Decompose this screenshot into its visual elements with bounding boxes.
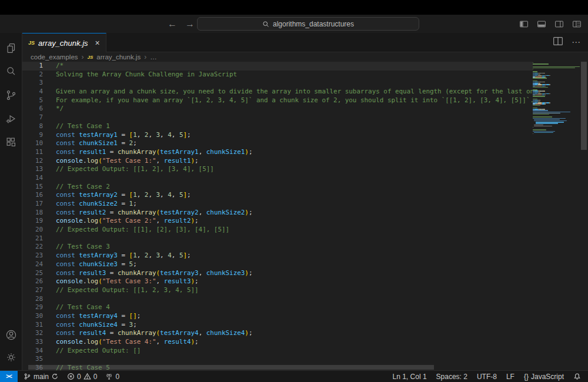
code-line[interactable]: 24const chunkSize3 = 5; xyxy=(22,260,534,269)
breadcrumb-item[interactable]: … xyxy=(150,53,157,61)
line-number[interactable]: 6 xyxy=(22,105,43,113)
line-number[interactable]: 7 xyxy=(22,113,43,122)
activity-bar-account[interactable] xyxy=(4,328,18,342)
code-line[interactable]: 28 xyxy=(22,295,534,304)
code-line[interactable]: 25const result3 = chunkArray(testArray3,… xyxy=(22,269,534,278)
code-line[interactable]: 32const result4 = chunkArray(testArray4,… xyxy=(22,329,534,338)
line-number[interactable]: 9 xyxy=(22,131,43,140)
more-actions-icon[interactable]: ⋯ xyxy=(572,37,581,48)
layout-customize-icon[interactable] xyxy=(572,19,582,29)
code-line[interactable]: 14 xyxy=(22,174,534,183)
line-number[interactable]: 2 xyxy=(22,71,43,79)
line-number[interactable]: 20 xyxy=(22,226,43,234)
activity-bar-settings[interactable] xyxy=(4,350,18,364)
status-bar-item[interactable]: main xyxy=(24,373,59,381)
code-line[interactable]: 18const result2 = chunkArray(testArray2,… xyxy=(22,209,534,217)
line-number[interactable]: 34 xyxy=(22,347,43,356)
line-number[interactable]: 19 xyxy=(22,217,43,226)
code-line[interactable]: 3 xyxy=(22,79,534,88)
code-line[interactable]: 16const testArray2 = [1, 2, 3, 4, 5]; xyxy=(22,191,534,200)
code-line[interactable]: 5For example, if you have an array `[1, … xyxy=(22,96,534,105)
code-line[interactable]: 34// Expected Output: [] xyxy=(22,347,534,356)
code-line[interactable]: 8// Test Case 1 xyxy=(22,122,534,131)
activity-bar-search[interactable] xyxy=(4,65,18,79)
code-line[interactable]: 27// Expected Output: [[1, 2, 3, 4, 5]] xyxy=(22,286,534,295)
remote-indicator[interactable]: >< xyxy=(0,371,18,382)
line-number[interactable]: 24 xyxy=(22,260,43,269)
vertical-scrollbar-thumb[interactable] xyxy=(581,62,587,150)
line-number[interactable]: 17 xyxy=(22,200,43,209)
line-number[interactable]: 18 xyxy=(22,209,43,217)
code-line[interactable]: 33console.log("Test Case 4:", result4); xyxy=(22,338,534,347)
code-line[interactable]: 21 xyxy=(22,234,534,243)
line-number[interactable]: 23 xyxy=(22,252,43,260)
command-center-search[interactable]: algorithms_datastructures xyxy=(197,17,419,31)
code-line[interactable]: 10const chunkSize1 = 2; xyxy=(22,139,534,148)
vertical-scrollbar[interactable] xyxy=(580,62,588,370)
line-number[interactable]: 25 xyxy=(22,269,43,278)
activity-bar-extensions[interactable] xyxy=(4,135,18,149)
line-number[interactable]: 27 xyxy=(22,286,43,295)
code-line[interactable]: 7 xyxy=(22,113,534,122)
status-bar-item[interactable]: Ln 1, Col 1 xyxy=(393,373,427,381)
code-line[interactable]: 23const testArray3 = [1, 2, 3, 4, 5]; xyxy=(22,252,534,260)
line-number[interactable]: 29 xyxy=(22,303,43,312)
breadcrumb-item[interactable]: array_chunk.js xyxy=(96,53,141,61)
status-bar-item[interactable] xyxy=(573,373,581,380)
line-number[interactable]: 12 xyxy=(22,157,43,166)
code-line[interactable]: 26console.log("Test Case 3:", result3); xyxy=(22,277,534,286)
code-editor[interactable]: 1/*2Solving the Array Chunk Challenge in… xyxy=(22,62,588,370)
code-line[interactable]: 11const result1 = chunkArray(testArray1,… xyxy=(22,148,534,157)
tab-array-chunk[interactable]: JS array_chunk.js × xyxy=(22,33,106,52)
line-number[interactable]: 30 xyxy=(22,312,43,321)
line-number[interactable]: 35 xyxy=(22,355,43,364)
horizontal-scrollbar[interactable] xyxy=(28,365,534,370)
line-number[interactable]: 21 xyxy=(22,234,43,243)
minimap[interactable] xyxy=(533,62,580,370)
code-line[interactable]: 15// Test Case 2 xyxy=(22,183,534,192)
code-line[interactable]: 22// Test Case 3 xyxy=(22,243,534,252)
code-line[interactable]: 6*/ xyxy=(22,105,534,113)
line-number[interactable]: 1 xyxy=(22,62,43,71)
status-bar-item[interactable]: 0 xyxy=(105,373,119,381)
code-line[interactable]: 19console.log("Test Case 2:", result2); xyxy=(22,217,534,226)
line-number[interactable]: 15 xyxy=(22,183,43,192)
code-line[interactable]: 30const testArray4 = []; xyxy=(22,312,534,321)
line-number[interactable]: 14 xyxy=(22,174,43,183)
line-number[interactable]: 32 xyxy=(22,329,43,338)
code-line[interactable]: 35 xyxy=(22,355,534,364)
line-number[interactable]: 31 xyxy=(22,321,43,330)
status-bar-item[interactable]: UTF-8 xyxy=(477,373,497,381)
code-line[interactable]: 13// Expected Output: [[1, 2], [3, 4], [… xyxy=(22,165,534,174)
code-line[interactable]: 4Given an array and a chunk size, you ne… xyxy=(22,88,534,96)
status-bar-item[interactable]: {}JavaScript xyxy=(524,373,564,381)
split-editor-icon[interactable] xyxy=(552,35,564,50)
line-number[interactable]: 16 xyxy=(22,191,43,200)
status-bar-item[interactable]: 00 xyxy=(67,373,97,381)
code-line[interactable]: 2Solving the Array Chunk Challenge in Ja… xyxy=(22,71,534,79)
breadcrumb-item[interactable]: code_examples xyxy=(31,53,78,61)
line-number[interactable]: 5 xyxy=(22,96,43,105)
code-line[interactable]: 1/* xyxy=(22,62,534,71)
activity-bar-explorer[interactable] xyxy=(4,41,18,55)
line-number[interactable]: 26 xyxy=(22,277,43,286)
code-line[interactable]: 12console.log("Test Case 1:", result1); xyxy=(22,157,534,166)
layout-sidebar-left-icon[interactable] xyxy=(519,19,529,29)
code-line[interactable]: 17const chunkSize2 = 1; xyxy=(22,200,534,209)
status-bar-item[interactable]: Spaces: 2 xyxy=(436,373,467,381)
activity-bar-run-debug[interactable] xyxy=(4,112,18,126)
line-number[interactable]: 11 xyxy=(22,148,43,157)
line-number[interactable]: 13 xyxy=(22,165,43,174)
line-number[interactable]: 4 xyxy=(22,88,43,96)
status-bar-item[interactable]: LF xyxy=(506,373,514,381)
line-number[interactable]: 22 xyxy=(22,243,43,252)
line-number[interactable]: 28 xyxy=(22,295,43,304)
line-number[interactable]: 8 xyxy=(22,122,43,131)
code-line[interactable]: 29// Test Case 4 xyxy=(22,303,534,312)
horizontal-scrollbar-thumb[interactable] xyxy=(28,365,434,370)
line-number[interactable]: 33 xyxy=(22,338,43,347)
line-number[interactable]: 10 xyxy=(22,139,43,148)
line-number[interactable]: 3 xyxy=(22,79,43,88)
layout-sidebar-right-icon[interactable] xyxy=(554,19,564,29)
code-line[interactable]: 20// Expected Output: [[1], [2], [3], [4… xyxy=(22,226,534,234)
